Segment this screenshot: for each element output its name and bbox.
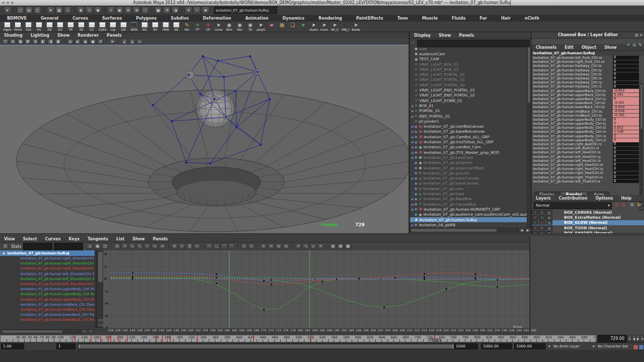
status-tool-icon[interactable]: ◉ — [116, 7, 123, 14]
expand-icon[interactable]: ⊞ — [410, 115, 415, 118]
graph-menu-tangents[interactable]: Tangents — [84, 237, 112, 241]
outliner-item[interactable]: ⊞✶END_PORTAL_01 — [410, 114, 527, 119]
viewport-tool-icon[interactable]: ≈ — [136, 39, 143, 45]
graph-tool-icon[interactable]: ↙ — [310, 243, 316, 249]
channel-value-field[interactable]: 0 — [613, 85, 639, 88]
layer-renderable-toggle[interactable]: ↻ — [539, 215, 545, 220]
playback-start-field[interactable] — [56, 343, 75, 349]
channel-node-header[interactable]: levitation_07_gb:human:SuRuJ — [532, 51, 644, 56]
shelf-tab-fur[interactable]: Fur — [472, 16, 494, 22]
channel-name[interactable]: levitation_07_gb:human:right_ThaiCtrl.rx — [532, 175, 613, 179]
graph-tool-icon[interactable]: ⊂ — [248, 243, 255, 249]
transport-button[interactable]: ⇥ — [640, 335, 644, 342]
layer-visibility-toggle[interactable]: ✓ — [532, 220, 538, 225]
render-layer-row[interactable]: ✕↻▨BOX_TOON (Normal) — [532, 225, 644, 230]
anim-layer-dropdown[interactable]: No Anim Layer — [553, 343, 579, 349]
shelf-button-rv[interactable]: RV — [150, 22, 160, 31]
outliner-item[interactable]: ⊞♟levitation_07_gb:human:SuRuJ — [410, 217, 527, 222]
expand-icon[interactable]: ⊞ — [410, 176, 415, 180]
outliner-item[interactable]: ⊞◆▤levitation_07_gb:ZYX_Master_grop_NOD — [410, 150, 527, 155]
graph-menu-keys[interactable]: Keys — [64, 237, 83, 241]
layer-visibility-toggle[interactable]: ✕ — [532, 215, 538, 220]
time-slider[interactable]: 3040506070809010012014016018020022024026… — [0, 335, 597, 342]
layer-mode-toggle[interactable]: ▨ — [546, 215, 552, 220]
channel-name[interactable]: levitation_07_gb:human:upperBody_Ctrl.ty — [532, 122, 613, 126]
shelf-tab-muscle[interactable]: Muscle — [415, 16, 445, 22]
layer-menu-contribution[interactable]: Contribution — [555, 196, 592, 201]
shelf-button-mass[interactable]: ➤mass — [319, 22, 330, 31]
outliner-item[interactable]: ◆◇levitation_07_gb:baseCanvas — [410, 181, 527, 186]
shelf-tab-subdivs[interactable]: Subdivs — [164, 16, 196, 22]
shelf-button[interactable]: ▦ — [277, 22, 287, 28]
graph-channel-item[interactable]: levitation_07_gb:human:left_ShoulderCtrl… — [0, 282, 95, 287]
expand-icon[interactable]: ⊞ — [410, 218, 415, 222]
channel-value-field[interactable]: -0.165 — [613, 114, 639, 117]
outliner-item[interactable]: ◆◉levitation_07_gb:audience_cam:audience… — [410, 212, 527, 217]
channel-name[interactable]: levitation_07_gb:human:right_Foot_Ctrl.r… — [532, 60, 613, 64]
close-icon[interactable]: ✕ — [639, 32, 642, 38]
outliner-item[interactable]: ◉audienceCam — [410, 51, 527, 56]
shelf-button-ds[interactable]: DS — [55, 22, 65, 31]
graph-tool-icon[interactable]: ∿ — [194, 243, 200, 249]
render-layer-row[interactable]: ✕↻▨BOX_ExtraMattes (Normal) — [532, 215, 644, 220]
shelf-tab-ncloth[interactable]: nCloth — [518, 16, 546, 22]
graph-tool-icon[interactable]: ↘ — [129, 243, 135, 249]
channel-value-field[interactable]: 0 — [613, 147, 639, 150]
layer-blend-mode-dropdown[interactable]: Normal ▾ — [533, 202, 612, 209]
graph-channel-item[interactable]: levitation_07_gb:human:upperBody_Ctrl.Tr… — [0, 292, 95, 297]
expand-icon[interactable]: ⊞ — [410, 203, 415, 206]
outliner-item[interactable]: ⊞◆✶levitation_07_gb:BaseBox — [410, 197, 527, 202]
graph-tool-icon[interactable]: ˘ — [228, 243, 235, 249]
status-tool-icon[interactable]: ▢ — [17, 7, 24, 14]
channel-name[interactable]: levitation_07_gb:human:left_BallCtrl.rz — [532, 146, 613, 150]
viewport-tool-icon[interactable]: ◭ — [121, 39, 128, 45]
channel-name[interactable]: levitation_07_gb:human:midBack_Ctrl.tz — [532, 114, 613, 118]
shelf-tab-dynamics[interactable]: Dynamics — [276, 16, 312, 22]
channel-value-field[interactable]: 0 — [613, 179, 639, 183]
graph-tool-icon[interactable]: ▦ — [345, 243, 351, 249]
channel-value-field[interactable]: 0 — [613, 60, 639, 64]
outliner-item[interactable]: ☼VRAY_LIGHT_PORTAL_02 — [410, 77, 527, 82]
graph-menu-list[interactable]: List — [112, 237, 128, 241]
viewport-menu-shading[interactable]: Shading — [0, 33, 27, 38]
shelf-tab-rendering[interactable]: Rendering — [311, 16, 349, 22]
graph-menu-select[interactable]: Select — [19, 237, 41, 241]
channel-value-field[interactable]: -0.181 — [613, 101, 639, 105]
outliner-menu-show[interactable]: Show — [435, 33, 455, 38]
shelf-button[interactable]: ❏ — [287, 22, 298, 28]
keyframe-point[interactable] — [475, 274, 476, 275]
graph-curve-area[interactable]: 420-2-4-6-8 — [103, 250, 529, 328]
shelf-tab-bdmove[interactable]: BDMOVE — [0, 16, 34, 22]
graph-tool-icon[interactable]: ≤ — [275, 243, 282, 249]
animation-start-field[interactable] — [1, 343, 24, 349]
shelf-tab-toon[interactable]: Toon — [390, 16, 415, 22]
shelf-button-obj_i[interactable]: ☾OBJ_I — [340, 22, 351, 31]
graph-tool-icon[interactable]: ▣ — [94, 243, 101, 249]
channel-name[interactable]: levitation_07_gb:human:left_Foot_Ctrl.rx — [532, 56, 613, 60]
viewport-menu-panels[interactable]: Panels — [103, 33, 126, 38]
graph-channel-item[interactable]: levitation_07_gb:human:lowerBack_Ctrl.Tr… — [0, 317, 95, 322]
keyframe-point[interactable] — [132, 279, 133, 280]
outliner-item[interactable]: ⊞◆◉levitation_07_gb:baseCam — [410, 155, 527, 160]
outliner-item[interactable]: ☼VRAY_LIGHT_PORTAL_01 — [410, 72, 527, 77]
shelf-button-brn[interactable]: BRN — [129, 22, 139, 31]
stats-frame-input[interactable] — [23, 243, 52, 250]
graph-tool-icon[interactable]: ⌒ — [221, 243, 227, 249]
outliner-item[interactable]: ☼VRAY_LIGHT_BOX_01 — [410, 62, 527, 67]
shelf-button-se[interactable]: SE — [76, 22, 87, 31]
window-minimize-button[interactable] — [7, 2, 9, 4]
channel-value-field[interactable]: 0 — [613, 138, 639, 142]
channel-name[interactable]: levitation_07_gb:human:lowerBack_Ctrl.tz — [532, 105, 613, 109]
channel-name[interactable]: levitation_07_gb:human:upperBody_Ctrl.rz — [532, 138, 613, 142]
keyframe-point[interactable] — [321, 281, 323, 282]
transport-button[interactable]: ◀ — [632, 335, 636, 342]
layer-mode-toggle[interactable]: ▨ — [546, 210, 552, 215]
graph-tool-icon[interactable]: ∿ — [151, 243, 158, 249]
shelf-tab-deformation[interactable]: Deformation — [196, 16, 238, 22]
auto-key-button[interactable] — [633, 344, 638, 350]
channel-name[interactable]: levitation_07_gb:human:upperBack_Ctrl.tx — [532, 89, 613, 93]
shelf-button-boole[interactable]: ➤Boole — [351, 22, 361, 31]
graph-tool-icon[interactable]: ↘ — [302, 243, 309, 249]
channel-value-field[interactable]: 0 — [613, 134, 639, 138]
shelf-button-cped[interactable]: CpEd — [97, 22, 108, 31]
